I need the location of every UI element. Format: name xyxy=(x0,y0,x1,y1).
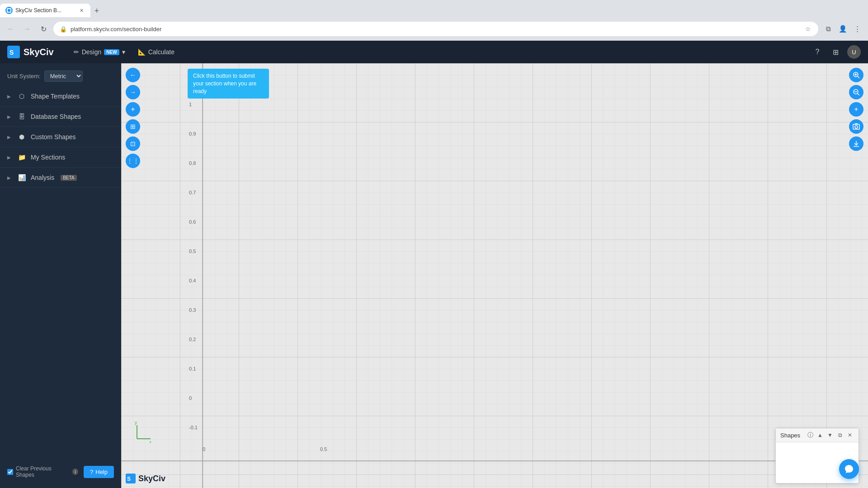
beta-badge: BETA xyxy=(61,175,76,181)
database-shapes-label: Database Shapes xyxy=(31,113,81,120)
shapes-copy-icon[interactable]: ⧉ xyxy=(836,431,844,439)
help-label: Help xyxy=(95,469,108,475)
svg-line-11 xyxy=(858,76,859,78)
cursor-button[interactable]: ⊡ xyxy=(126,136,140,151)
zoom-out-button[interactable] xyxy=(849,85,863,99)
sidebar-item-shape-templates[interactable]: ▶ ⬡ Shape Templates xyxy=(0,86,121,107)
chevron-down-icon: ▾ xyxy=(122,48,125,56)
shapes-close-icon[interactable]: ✕ xyxy=(846,431,854,439)
menu-icon[interactable]: ⋮ xyxy=(851,23,863,35)
url-text: platform.skyciv.com/section-builder xyxy=(71,26,800,33)
design-icon: ✏ xyxy=(74,48,79,56)
grid-button[interactable]: ⊞ xyxy=(126,119,140,134)
chevron-right-icon-2: ▶ xyxy=(7,114,13,119)
svg-text:y: y xyxy=(135,421,137,425)
canvas-area: 1.1 1 0.9 0.8 0.7 0.6 0.5 0.4 0.3 0.2 0.… xyxy=(121,63,868,488)
shapes-info-icon[interactable]: ⓘ xyxy=(807,431,813,439)
user-avatar[interactable]: U xyxy=(847,45,861,59)
chevron-right-icon: ▶ xyxy=(7,94,13,99)
svg-rect-3 xyxy=(121,63,868,488)
new-tab-button[interactable]: + xyxy=(90,5,103,17)
back-button[interactable]: ← xyxy=(5,23,17,35)
logo[interactable]: S SkyCiv xyxy=(7,46,54,58)
pan-left-button[interactable]: ← xyxy=(126,68,140,82)
shapes-panel-title: Shapes xyxy=(780,432,805,439)
nav-calculate[interactable]: 📐 Calculate xyxy=(132,46,180,58)
svg-text:S: S xyxy=(9,49,14,56)
sidebar-item-database-shapes[interactable]: ▶ 🗄 Database Shapes xyxy=(0,107,121,127)
help-button[interactable]: ? Help xyxy=(84,466,114,478)
download-button[interactable] xyxy=(849,136,863,151)
axis-indicator: y z xyxy=(130,421,153,445)
svg-text:S: S xyxy=(127,476,131,482)
sidebar-item-analysis[interactable]: ▶ 📊 Analysis BETA xyxy=(0,168,121,188)
help-icon-btn: ? xyxy=(90,469,93,475)
extensions-icon[interactable]: ⧉ xyxy=(822,23,835,35)
analysis-label: Analysis xyxy=(31,174,54,181)
chevron-right-icon-5: ▶ xyxy=(7,175,13,180)
unit-system-label: Unit System: xyxy=(7,73,41,80)
chevron-right-icon-4: ▶ xyxy=(7,155,13,160)
submit-tooltip: Click this button to submit your section… xyxy=(188,69,269,99)
corner-brand: S SkyCiv xyxy=(126,474,165,483)
my-sections-label: My Sections xyxy=(31,154,65,161)
screenshot-button[interactable] xyxy=(849,119,863,134)
shapes-down-icon[interactable]: ▼ xyxy=(826,431,834,439)
nav-calculate-label: Calculate xyxy=(148,48,175,56)
help-icon[interactable]: ? xyxy=(811,46,824,58)
corner-brand-text: SkyCiv xyxy=(138,474,165,483)
chat-bubble[interactable] xyxy=(839,459,859,479)
profile-icon[interactable]: 👤 xyxy=(836,23,849,35)
svg-rect-19 xyxy=(855,123,858,125)
reload-button[interactable]: ↻ xyxy=(37,23,50,35)
calculate-icon: 📐 xyxy=(138,48,146,56)
sidebar-items: ▶ ⬡ Shape Templates ▶ 🗄 Database Shapes … xyxy=(0,86,121,460)
clear-previous-shapes-checkbox[interactable]: Clear Previous Shapes xyxy=(7,465,67,478)
address-bar[interactable]: 🔒 platform.skyciv.com/section-builder ☆ xyxy=(53,22,818,36)
clear-previous-label: Clear Previous Shapes xyxy=(16,465,67,478)
clear-info-icon[interactable]: i xyxy=(72,469,78,475)
bookmark-icon[interactable]: ☆ xyxy=(804,25,812,33)
right-toolbar: + xyxy=(849,68,863,151)
sidebar: Unit System: Metric Imperial ▶ ⬡ Shape T… xyxy=(0,63,121,488)
shape-templates-label: Shape Templates xyxy=(31,93,80,100)
snap-button[interactable]: ⋮⋮ xyxy=(126,154,140,168)
tab-favicon xyxy=(5,7,13,14)
corner-brand-icon: S xyxy=(126,474,136,483)
new-badge: NEW xyxy=(104,49,119,55)
add-shape-button[interactable]: + xyxy=(126,102,140,117)
shapes-up-icon[interactable]: ▲ xyxy=(816,431,824,439)
chevron-right-icon-3: ▶ xyxy=(7,135,13,140)
zoom-in-button[interactable] xyxy=(849,68,863,82)
logo-icon: S xyxy=(7,46,20,58)
tab-title: SkyCiv Section B... xyxy=(15,7,75,14)
svg-text:z: z xyxy=(149,440,151,443)
svg-point-18 xyxy=(855,126,858,128)
sidebar-item-my-sections[interactable]: ▶ 📁 My Sections xyxy=(0,147,121,168)
shape-templates-icon: ⬡ xyxy=(17,92,26,101)
analysis-icon: 📊 xyxy=(17,173,26,182)
fit-view-button[interactable]: + xyxy=(849,102,863,117)
custom-shapes-icon: ⬢ xyxy=(17,132,26,141)
nav-design-label: Design xyxy=(82,48,102,56)
my-sections-icon: 📁 xyxy=(17,153,26,162)
nav-design[interactable]: ✏ Design NEW ▾ xyxy=(68,46,131,58)
forward-button[interactable]: → xyxy=(21,23,33,35)
sidebar-bottom: Clear Previous Shapes i ? Help xyxy=(0,460,121,483)
custom-shapes-label: Custom Shapes xyxy=(31,133,76,141)
unit-system-select[interactable]: Metric Imperial xyxy=(44,70,83,82)
svg-line-15 xyxy=(858,94,859,95)
tab-close-icon[interactable]: ✕ xyxy=(78,7,85,14)
pan-right-button[interactable]: → xyxy=(126,85,140,99)
database-shapes-icon: 🗄 xyxy=(17,112,26,121)
lock-icon: 🔒 xyxy=(60,26,67,33)
apps-icon[interactable]: ⊞ xyxy=(829,46,842,58)
left-toolbar: ← → + ⊞ ⊡ ⋮⋮ xyxy=(126,68,140,168)
browser-tab[interactable]: SkyCiv Section B... ✕ xyxy=(0,4,90,17)
sidebar-item-custom-shapes[interactable]: ▶ ⬢ Custom Shapes xyxy=(0,127,121,147)
